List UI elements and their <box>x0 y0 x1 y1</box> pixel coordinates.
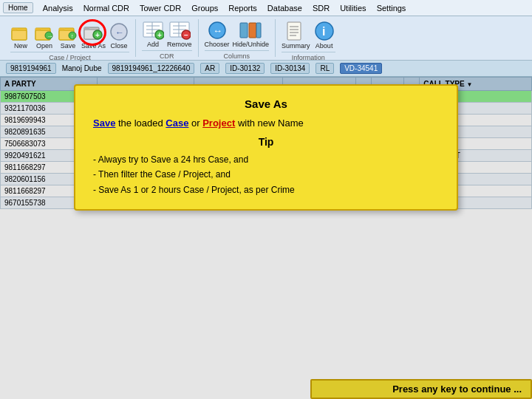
popup-tips: - Always try to Save a 24 hrs Case, and … <box>93 152 439 197</box>
svg-text:↑: ↑ <box>71 33 75 40</box>
new-button[interactable]: New <box>10 22 31 50</box>
cdr-label: CDR <box>142 50 192 60</box>
toolbar: New → Open ↑ <box>0 16 532 61</box>
menu-reports[interactable]: Reports <box>223 2 262 14</box>
status-name: Manoj Dube <box>62 64 102 72</box>
popup-case-word: Case <box>166 117 188 129</box>
svg-rect-37 <box>249 23 256 38</box>
statusbar: 9819194961 Manoj Dube 9819194961_1222664… <box>0 61 532 77</box>
svg-rect-38 <box>256 23 261 38</box>
menu-tower-cdr[interactable]: Tower CDR <box>134 2 186 14</box>
popup-project-word: Project <box>202 117 235 129</box>
menubar: Home Analysis Normal CDR Tower CDR Group… <box>0 0 532 16</box>
save-as-button[interactable]: + Save As <box>81 21 106 50</box>
menu-utilities[interactable]: Utilities <box>335 2 371 14</box>
popup-main-text: Save the loaded Case or Project with new… <box>93 117 439 129</box>
menu-groups[interactable]: Groups <box>186 2 223 14</box>
close-button[interactable]: ← Close <box>109 22 129 50</box>
popup-tip-2: - Then filter the Case / Project, and <box>93 167 439 182</box>
popup-tip-1: - Always try to Save a 24 hrs Case, and <box>93 152 439 167</box>
chooser-button[interactable]: ↔ Chooser <box>205 21 230 48</box>
svg-rect-39 <box>287 22 301 40</box>
popup-title: Save As <box>93 98 439 110</box>
svg-text:←: ← <box>115 27 124 38</box>
svg-text:→: → <box>47 33 53 40</box>
status-id1: ID-30132 <box>225 63 265 74</box>
svg-text:↔: ↔ <box>213 25 222 36</box>
toolbar-group-information: Summary i About Information <box>276 19 341 57</box>
svg-text:−: − <box>184 31 188 39</box>
toolbar-group-columns: ↔ Chooser Hide/Unhide Columns <box>199 19 276 57</box>
case-project-label: Case / Project <box>10 52 129 61</box>
status-vd: VD-34541 <box>340 63 382 74</box>
menu-sdr[interactable]: SDR <box>307 2 335 14</box>
status-phone: 9819194961 <box>6 63 56 74</box>
open-button[interactable]: → Open <box>34 22 55 50</box>
remove-button[interactable]: − Remove <box>167 21 192 48</box>
svg-text:+: + <box>95 31 100 39</box>
home-button[interactable]: Home <box>3 2 33 13</box>
toolbar-group-cdr: + Add − Remove CDR <box>136 19 199 57</box>
columns-label: Columns <box>205 50 270 60</box>
summary-button[interactable]: Summary <box>282 21 310 50</box>
save-button[interactable]: ↑ Save <box>58 22 78 50</box>
menu-database[interactable]: Database <box>262 2 307 14</box>
svg-rect-36 <box>240 23 248 38</box>
status-id2: ID-30134 <box>270 63 310 74</box>
menu-settings[interactable]: Settings <box>372 2 412 14</box>
toolbar-group-case: New → Open ↑ <box>4 19 136 57</box>
menu-normal-cdr[interactable]: Normal CDR <box>78 2 134 14</box>
information-label: Information <box>282 52 335 61</box>
hide-unhide-button[interactable]: Hide/Unhide <box>233 21 270 48</box>
main-content: A PARTY CALL TYPE ▼ 9987607503ALL-OUT932… <box>0 77 532 399</box>
status-ar: AR <box>200 63 219 74</box>
svg-rect-1 <box>12 30 27 40</box>
popup-tip-title: Tip <box>93 136 439 148</box>
menu-analysis[interactable]: Analysis <box>38 2 78 14</box>
save-as-popup: Save As Save the loaded Case or Project … <box>74 84 458 211</box>
about-button[interactable]: i About <box>313 21 335 50</box>
status-rl: RL <box>316 63 334 74</box>
status-phone2: 9819194961_12226640 <box>108 63 195 74</box>
popup-tip-3: - Save As 1 or 2 hours Case / Project, a… <box>93 183 439 197</box>
popup-overlay: Save As Save the loaded Case or Project … <box>0 77 532 399</box>
popup-save-word: Save <box>93 117 115 129</box>
add-button[interactable]: + Add <box>142 21 164 48</box>
svg-text:i: i <box>322 25 325 38</box>
svg-text:+: + <box>157 31 162 39</box>
